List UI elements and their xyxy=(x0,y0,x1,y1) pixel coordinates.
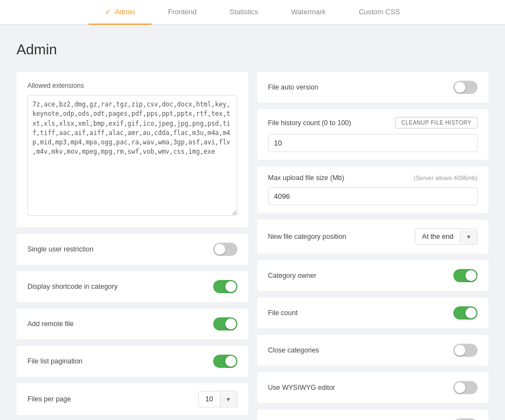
allowed-extensions-label: Allowed extensions xyxy=(27,82,237,89)
new-file-category-position-label: New file category position xyxy=(268,233,346,240)
close-categories-row: Close categories xyxy=(257,335,489,366)
file-count-label: File count xyxy=(268,309,298,317)
use-wysiwyg-label: Use WYSIWYG editor xyxy=(268,384,335,391)
close-categories-toggle[interactable] xyxy=(453,344,478,357)
category-owner-label: Category owner xyxy=(268,272,317,279)
max-upload-size-hint: (Server allows 4096mb) xyxy=(414,175,478,181)
right-column: File auto version File history count (0 … xyxy=(257,72,489,420)
file-auto-version-label: File auto version xyxy=(268,83,319,91)
allowed-extensions-textarea[interactable]: 7z,ace,bz2,dmg,gz,rar,tgz,zip,csv,doc,do… xyxy=(27,95,237,216)
add-remote-file-row: Add remote file xyxy=(16,309,248,339)
new-file-category-position-arrow-icon: ▼ xyxy=(460,230,477,244)
tab-frontend[interactable]: Frontend xyxy=(152,0,213,25)
tab-custom-css[interactable]: Custom CSS xyxy=(342,0,417,25)
cleanup-file-history-button[interactable]: CLEANUP FILE HISTORY xyxy=(395,117,478,128)
allowed-extensions-card: Allowed extensions 7z,ace,bz2,dmg,gz,rar… xyxy=(16,72,248,227)
left-column: Allowed extensions 7z,ace,bz2,dmg,gz,rar… xyxy=(16,72,248,420)
page-title: Admin xyxy=(16,41,489,58)
delete-all-files-row: Delete all files on uninstall xyxy=(257,410,489,420)
file-count-row: File count xyxy=(257,298,489,328)
display-shortcode-row: Display shortcode in category xyxy=(16,271,248,302)
files-per-page-row: Files per page 10 ▼ xyxy=(16,383,248,415)
max-upload-size-row: Max upload file size (Mb) (Server allows… xyxy=(257,166,489,213)
file-list-pagination-toggle[interactable] xyxy=(213,355,237,368)
category-owner-toggle[interactable] xyxy=(453,269,478,282)
single-user-restriction-row: Single user restriction xyxy=(16,234,248,265)
files-per-page-select[interactable]: 10 ▼ xyxy=(198,391,237,407)
file-auto-version-row: File auto version xyxy=(257,72,489,103)
file-count-toggle[interactable] xyxy=(453,306,478,320)
use-wysiwyg-row: Use WYSIWYG editor xyxy=(257,372,489,403)
use-wysiwyg-toggle[interactable] xyxy=(453,381,478,394)
add-remote-file-label: Add remote file xyxy=(27,320,74,328)
single-user-restriction-toggle[interactable] xyxy=(213,243,237,256)
file-list-pagination-label: File list pagination xyxy=(27,357,82,365)
close-categories-label: Close categories xyxy=(268,346,319,354)
new-file-category-position-select[interactable]: At the end ▼ xyxy=(415,228,478,245)
new-file-category-position-row: New file category position At the end ▼ xyxy=(257,220,489,254)
display-shortcode-toggle[interactable] xyxy=(213,280,237,293)
max-upload-size-input[interactable] xyxy=(268,187,478,205)
category-owner-row: Category owner xyxy=(257,260,489,291)
new-file-category-position-value: At the end xyxy=(415,229,460,244)
tab-watermark[interactable]: Watermark xyxy=(275,0,342,25)
files-per-page-arrow-icon: ▼ xyxy=(220,393,237,406)
file-history-count-label: File history count (0 to 100) xyxy=(268,119,351,127)
files-per-page-value: 10 xyxy=(199,391,220,407)
max-upload-size-label: Max upload file size (Mb) xyxy=(268,174,345,182)
single-user-restriction-label: Single user restriction xyxy=(27,245,93,253)
check-icon: ✓ xyxy=(105,8,111,16)
file-list-pagination-row: File list pagination xyxy=(16,346,248,377)
add-remote-file-toggle[interactable] xyxy=(213,317,237,331)
display-shortcode-label: Display shortcode in category xyxy=(27,283,118,290)
file-auto-version-toggle[interactable] xyxy=(453,81,478,94)
file-history-count-input[interactable] xyxy=(268,134,478,152)
nav-tabs: ✓ Admin Frontend Statistics Watermark Cu… xyxy=(0,0,505,25)
files-per-page-label: Files per page xyxy=(27,395,71,403)
tab-statistics[interactable]: Statistics xyxy=(213,0,275,25)
tab-admin[interactable]: ✓ Admin xyxy=(88,0,152,25)
file-history-count-row: File history count (0 to 100) CLEANUP FI… xyxy=(257,109,489,160)
